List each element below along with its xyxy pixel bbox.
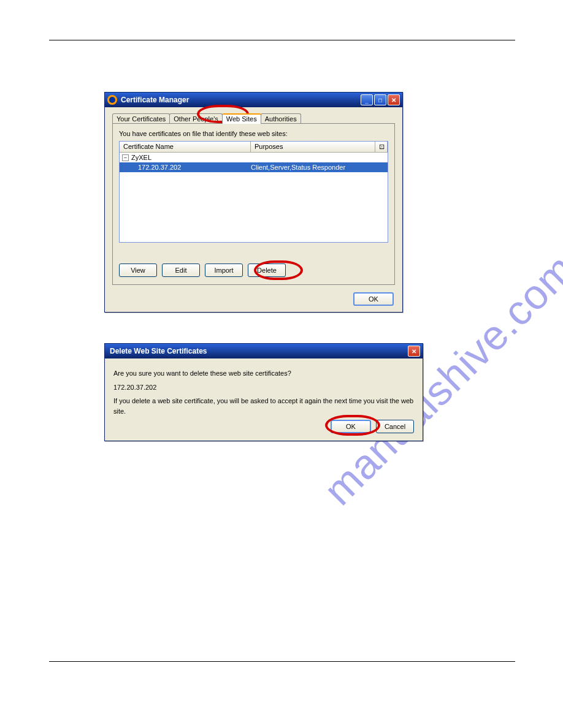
ok-row: OK [353,292,394,306]
tab-strip: Your Certificates Other People's Web Sit… [112,113,395,124]
group-label: ZyXEL [131,153,151,162]
list-item-selected[interactable]: 172.20.37.202 Client,Server,Status Respo… [120,162,388,172]
minimize-button[interactable]: _ [361,94,373,105]
tab-authorities[interactable]: Authorities [261,113,301,124]
tab-web-sites[interactable]: Web Sites [222,113,261,124]
view-button[interactable]: View [119,264,157,277]
tab-other-peoples[interactable]: Other People's [169,113,222,124]
import-button[interactable]: Import [205,264,243,277]
dialog-body: Are you sure you want to delete these we… [105,358,423,426]
window-controls: _ □ ✕ [361,94,400,105]
col-purposes[interactable]: Purposes [251,142,375,152]
delete-confirmation-dialog: Delete Web Site Certificates ✕ Are you s… [104,343,423,441]
close-button[interactable]: ✕ [388,94,400,105]
dialog-controls: ✕ [408,346,420,357]
dialog-ok-button[interactable]: OK [331,420,371,433]
window-title: Certificate Manager [121,96,361,104]
dialog-close-button[interactable]: ✕ [408,346,420,357]
col-certificate-name[interactable]: Certificate Name [120,142,251,152]
dialog-cancel-button[interactable]: Cancel [376,420,414,433]
ok-button[interactable]: OK [353,292,394,306]
confirm-question: Are you sure you want to delete these we… [113,368,414,379]
action-buttons: View Edit Import Delete [119,264,286,277]
edit-button[interactable]: Edit [162,264,200,277]
tab-your-certificates[interactable]: Your Certificates [112,113,170,124]
window-body: Your Certificates Other People's Web Sit… [105,107,402,290]
certificate-list[interactable]: Certificate Name Purposes ⊡ − ZyXEL 172.… [119,141,388,243]
titlebar[interactable]: Certificate Manager _ □ ✕ [105,93,402,107]
instruction-text: You have certificates on file that ident… [119,130,388,137]
list-header: Certificate Name Purposes ⊡ [120,142,388,153]
cert-purposes: Client,Server,Status Responder [251,162,385,172]
confirm-note: If you delete a web site certificate, yo… [113,396,414,416]
collapse-icon[interactable]: − [122,154,129,161]
dialog-title: Delete Web Site Certificates [107,347,408,355]
confirm-item: 172.20.37.202 [113,382,414,393]
maximize-button[interactable]: □ [374,94,386,105]
dialog-buttons: OK Cancel [331,420,414,433]
cert-name: 172.20.37.202 [122,162,251,172]
tab-panel: You have certificates on file that ident… [112,123,395,285]
group-row-zyxel[interactable]: − ZyXEL [120,153,388,162]
firefox-icon [107,95,117,105]
dialog-titlebar[interactable]: Delete Web Site Certificates ✕ [105,344,423,358]
certificate-manager-window: Certificate Manager _ □ ✕ Your Certifica… [104,92,403,313]
col-picker-icon[interactable]: ⊡ [375,142,388,152]
delete-button[interactable]: Delete [248,264,286,277]
